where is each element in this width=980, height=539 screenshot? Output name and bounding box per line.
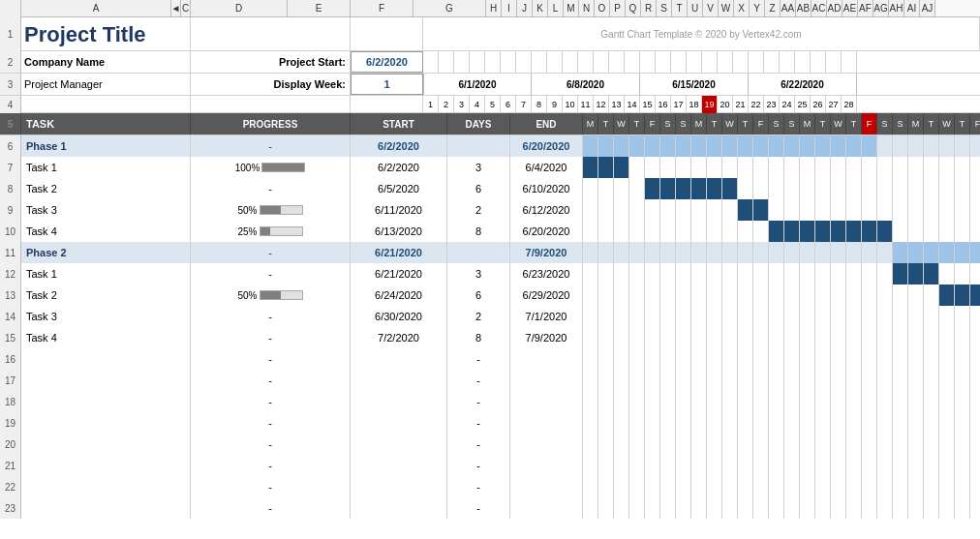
gantt-cell-r8-c13 xyxy=(769,178,784,199)
r2g10 xyxy=(563,51,578,73)
gantt-cell-r14-c23 xyxy=(924,306,939,327)
gantt-cell-r20-c26 xyxy=(970,434,980,455)
gantt-cell-r17-c10 xyxy=(722,370,738,391)
task-cell-17 xyxy=(21,370,191,391)
project-start-value[interactable]: 6/2/2020 xyxy=(351,51,423,73)
row4-g xyxy=(351,96,423,113)
gantt-cell-r15-c5 xyxy=(645,327,660,348)
row-num-10: 10 xyxy=(0,221,21,242)
start-cell-11: 6/21/2020 xyxy=(351,242,447,263)
progress-cell-10: 25% xyxy=(191,221,351,242)
gantt-cell-r8-c25 xyxy=(955,178,970,199)
gantt-cell-r17-c7 xyxy=(676,370,691,391)
r2g22 xyxy=(749,51,764,73)
gantt-cell-r8-c22 xyxy=(908,178,924,199)
gantt-cell-r9-c6 xyxy=(660,199,676,221)
col-header-ac: AC xyxy=(812,0,827,16)
col-header-c: C xyxy=(181,0,191,16)
gantt-row-6 xyxy=(583,135,980,157)
gantt-cell-r18-c15 xyxy=(800,391,815,412)
gantt-cell-r8-c14 xyxy=(784,178,800,199)
gantt-cell-r18-c21 xyxy=(893,391,908,412)
gantt-cell-r21-c4 xyxy=(629,455,645,476)
gantt-cell-r11-c19 xyxy=(862,242,877,263)
gantt-cell-r7-c10 xyxy=(722,157,738,178)
gantt-cell-r8-c16 xyxy=(815,178,831,199)
gantt-cell-r6-c23 xyxy=(924,135,939,157)
gantt-cell-r8-c21 xyxy=(893,178,908,199)
gantt-cell-r6-c11 xyxy=(738,135,753,157)
gantt-cell-r17-c21 xyxy=(893,370,908,391)
display-week-label-cell: Display Week: xyxy=(191,74,351,95)
gantt-cell-r20-c9 xyxy=(707,434,722,455)
end-cell-15: 7/9/2020 xyxy=(510,327,583,348)
end-cell-21 xyxy=(510,455,583,476)
gantt-cell-r20-c25 xyxy=(955,434,970,455)
gantt-row-14 xyxy=(583,306,980,327)
gantt-cell-r16-c20 xyxy=(877,348,893,370)
row-num-8: 8 xyxy=(0,178,21,199)
gantt-cell-r7-c25 xyxy=(955,157,970,178)
day-letter-12: F xyxy=(753,113,769,135)
gantt-cell-r20-c23 xyxy=(924,434,939,455)
progress-cell-23: - xyxy=(191,497,351,519)
gantt-row-15 xyxy=(583,327,980,348)
gantt-cell-r6-c6 xyxy=(660,135,676,157)
corner-cell xyxy=(0,0,21,17)
gantt-cell-r21-c12 xyxy=(753,455,769,476)
task-cell-15: Task 4 xyxy=(21,327,191,348)
day-letter-1: M xyxy=(583,113,598,135)
gantt-cell-r19-c8 xyxy=(691,412,707,434)
task-cell-9: Task 3 xyxy=(21,199,191,221)
gantt-cell-r12-c6 xyxy=(660,263,676,284)
row-12: 12Task 1-6/21/202036/23/2020 xyxy=(0,263,980,284)
gantt-cell-r9-c25 xyxy=(955,199,970,221)
data-rows: 6Phase 1-6/2/20206/20/20207Task 1100%6/2… xyxy=(0,135,980,519)
days-cell-13: 6 xyxy=(447,284,510,306)
gantt-cell-r8-c26 xyxy=(970,178,980,199)
gantt-cell-r20-c6 xyxy=(660,434,676,455)
gantt-cell-r6-c1 xyxy=(583,135,598,157)
day-23: 23 xyxy=(764,96,780,113)
gantt-cell-r21-c5 xyxy=(645,455,660,476)
gantt-cell-r6-c15 xyxy=(800,135,815,157)
day-letter-11: T xyxy=(738,113,753,135)
row-22: 22-- xyxy=(0,476,980,497)
row-7: 7Task 1100%6/2/202036/4/2020 xyxy=(0,157,980,178)
r2g1 xyxy=(423,51,439,73)
gantt-cell-r9-c19 xyxy=(862,199,877,221)
days-cell-19: - xyxy=(447,412,510,434)
col-header-t: T xyxy=(672,0,688,16)
display-week-value[interactable]: 1 xyxy=(351,74,423,95)
col-header-ad: AD xyxy=(827,0,842,16)
gantt-cell-r20-c3 xyxy=(614,434,629,455)
days-cell-12: 3 xyxy=(447,263,510,284)
gantt-cell-r15-c16 xyxy=(815,327,831,348)
gantt-cell-r10-c18 xyxy=(846,221,862,242)
gantt-cell-r8-c17 xyxy=(831,178,846,199)
col-header-g: G xyxy=(413,0,486,16)
start-cell-16 xyxy=(351,348,447,370)
gantt-cell-r19-c24 xyxy=(939,412,955,434)
gantt-cell-r19-c18 xyxy=(846,412,862,434)
end-cell-23 xyxy=(510,497,583,519)
day-4: 4 xyxy=(470,96,485,113)
gantt-cell-r23-c7 xyxy=(676,497,691,519)
col-header-h: H xyxy=(486,0,502,16)
gantt-cell-r23-c14 xyxy=(784,497,800,519)
col-header-o: O xyxy=(595,0,610,16)
day-15: 15 xyxy=(640,96,656,113)
gantt-cell-r13-c1 xyxy=(583,284,598,306)
gantt-cell-r21-c18 xyxy=(846,455,862,476)
row-11: 11Phase 2-6/21/20207/9/2020 xyxy=(0,242,980,263)
gantt-cell-r9-c20 xyxy=(877,199,893,221)
company-name-cell: Company Name xyxy=(21,51,191,73)
gantt-cell-r10-c2 xyxy=(598,221,614,242)
gantt-cell-r11-c2 xyxy=(598,242,614,263)
gantt-row-11 xyxy=(583,242,980,263)
gantt-cell-r7-c1 xyxy=(583,157,598,178)
gantt-cell-r6-c17 xyxy=(831,135,846,157)
gantt-cell-r9-c4 xyxy=(629,199,645,221)
gantt-cell-r14-c10 xyxy=(722,306,738,327)
gantt-cell-r12-c13 xyxy=(769,263,784,284)
